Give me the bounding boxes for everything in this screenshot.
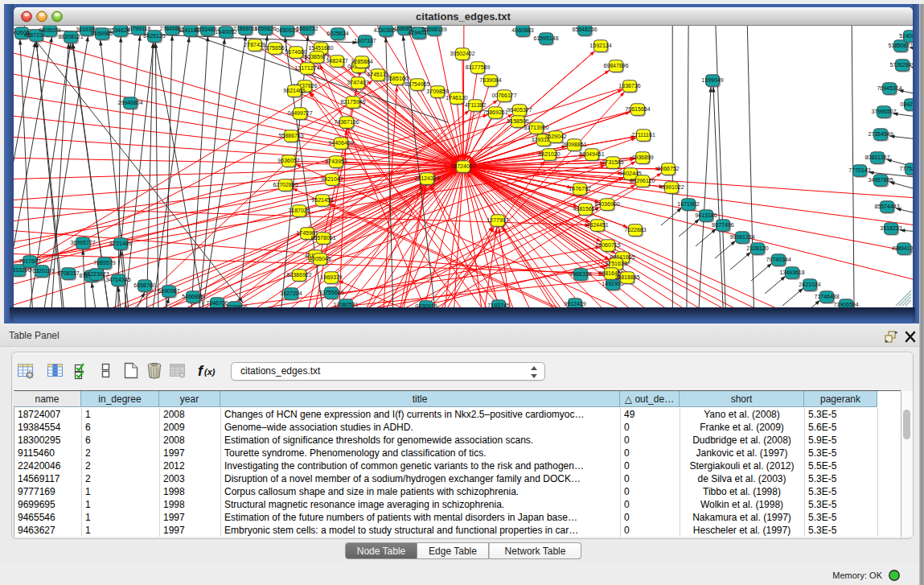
svg-text:65648236: 65648236 [572, 27, 597, 32]
svg-text:9413186: 9413186 [695, 212, 717, 218]
svg-text:3709859: 3709859 [426, 89, 448, 94]
svg-text:4324451: 4324451 [586, 222, 608, 228]
svg-text:82175946: 82175946 [340, 99, 365, 105]
svg-text:62702895: 62702895 [273, 182, 298, 187]
svg-text:02296120: 02296120 [630, 178, 655, 183]
svg-text:81177589: 81177589 [466, 64, 491, 70]
svg-text:7622683: 7622683 [624, 227, 646, 233]
svg-text:7889579: 7889579 [93, 260, 115, 266]
svg-text:9636057: 9636057 [277, 158, 299, 163]
svg-text:6025634: 6025634 [326, 31, 348, 36]
svg-text:7187026: 7187026 [288, 208, 310, 213]
svg-text:9821465: 9821465 [283, 88, 305, 93]
svg-text:3285884: 3285884 [351, 59, 372, 64]
svg-text:81754965: 81754965 [405, 81, 429, 87]
svg-text:27111161: 27111161 [631, 132, 655, 138]
svg-text:15451680: 15451680 [308, 45, 333, 51]
svg-text:6690967: 6690967 [158, 288, 179, 294]
svg-text:9521456: 9521456 [311, 197, 333, 203]
svg-text:1592124: 1592124 [589, 43, 611, 48]
svg-text:76320163: 76320163 [29, 268, 54, 274]
svg-text:74367136: 74367136 [334, 119, 359, 125]
svg-text:9912419: 9912419 [564, 301, 585, 307]
svg-text:57262849: 57262849 [889, 62, 913, 68]
svg-text:0450533: 0450533 [276, 27, 298, 33]
svg-text:99091334: 99091334 [729, 234, 754, 240]
svg-text:2731585: 2731585 [602, 159, 623, 165]
svg-text:1277997: 1277997 [487, 217, 508, 223]
svg-text:88208121: 88208121 [58, 34, 83, 39]
svg-text:80831367: 80831367 [864, 154, 889, 160]
svg-text:43815614: 43815614 [573, 206, 598, 212]
svg-text:9751613: 9751613 [605, 261, 626, 266]
svg-text:13171274: 13171274 [294, 65, 319, 71]
svg-text:62729806: 62729806 [222, 304, 247, 307]
svg-text:5158506: 5158506 [507, 118, 528, 124]
svg-text:39502402: 39502402 [450, 51, 474, 56]
svg-text:76615654: 76615654 [625, 106, 650, 112]
svg-text:4936899: 4936899 [631, 154, 653, 160]
svg-text:5869232: 5869232 [296, 26, 318, 31]
svg-text:71906594: 71906594 [833, 302, 858, 307]
svg-text:75869261: 75869261 [483, 109, 507, 115]
svg-text:17080531: 17080531 [333, 302, 358, 307]
svg-text:1627204: 1627204 [280, 290, 302, 296]
svg-text:3685160: 3685160 [386, 76, 408, 81]
svg-text:9805009: 9805009 [39, 27, 60, 33]
svg-text:34714345: 34714345 [105, 277, 130, 282]
svg-text:62386922: 62386922 [286, 272, 311, 278]
svg-text:7839084: 7839084 [479, 77, 501, 83]
svg-text:8421020: 8421020 [538, 151, 560, 157]
svg-text:7193745: 7193745 [487, 303, 509, 307]
svg-text:3518233: 3518233 [880, 225, 901, 231]
svg-text:13493618: 13493618 [779, 270, 804, 275]
svg-text:36995777: 36995777 [70, 240, 95, 245]
svg-text:71746488: 71746488 [814, 294, 839, 299]
svg-text:8721489: 8721489 [109, 241, 131, 246]
svg-text:1746120: 1746120 [446, 95, 467, 101]
svg-text:1836736: 1836736 [618, 83, 640, 89]
svg-text:69847896: 69847896 [603, 63, 628, 68]
svg-text:49894134: 49894134 [891, 245, 913, 251]
svg-text:9421047: 9421047 [321, 176, 343, 182]
svg-text:96405377: 96405377 [507, 107, 532, 113]
svg-text:86578091: 86578091 [310, 235, 335, 241]
svg-text:6658760: 6658760 [133, 282, 155, 288]
svg-text:45991022: 45991022 [659, 184, 684, 190]
svg-text:37996507: 37996507 [871, 109, 896, 114]
svg-text:8708317: 8708317 [57, 270, 79, 276]
svg-text:(x): (x) [204, 367, 216, 377]
svg-text:18724007: 18724007 [450, 163, 475, 169]
svg-text:1671902: 1671902 [677, 201, 699, 207]
svg-text:10799118: 10799118 [126, 26, 151, 31]
svg-text:85574443: 85574443 [874, 204, 899, 209]
svg-text:1476797: 1476797 [569, 186, 590, 192]
svg-text:5240824: 5240824 [899, 33, 913, 39]
svg-text:94406409: 94406409 [328, 140, 353, 146]
svg-text:3482477: 3482477 [326, 58, 347, 64]
svg-text:51850671: 51850671 [888, 43, 913, 48]
svg-text:8366752: 8366752 [657, 166, 679, 171]
svg-text:4005045: 4005045 [309, 256, 331, 262]
svg-text:7917693: 7917693 [18, 258, 40, 264]
svg-text:1399049: 1399049 [701, 77, 723, 83]
svg-text:79740344: 79740344 [766, 257, 791, 262]
svg-text:61595148: 61595148 [533, 35, 558, 41]
svg-text:5466889: 5466889 [182, 294, 203, 299]
svg-text:8425135: 8425135 [143, 33, 165, 39]
svg-text:2421024: 2421024 [799, 282, 820, 287]
svg-text:4711382: 4711382 [465, 102, 487, 108]
svg-text:0330923: 0330923 [415, 303, 437, 307]
svg-text:21818835: 21818835 [614, 274, 639, 280]
svg-text:81223623: 81223623 [84, 271, 109, 277]
svg-text:55698169: 55698169 [421, 27, 446, 32]
svg-text:0842710: 0842710 [900, 101, 913, 107]
svg-text:28098851: 28098851 [561, 142, 586, 147]
svg-text:56049451: 56049451 [579, 151, 604, 157]
svg-text:31713900: 31713900 [524, 125, 548, 130]
svg-text:76945314: 76945314 [877, 85, 901, 91]
svg-text:27354549: 27354549 [868, 131, 893, 137]
svg-text:8677496: 8677496 [712, 222, 733, 228]
svg-text:1607337: 1607337 [354, 38, 376, 43]
svg-text:1969379: 1969379 [320, 274, 342, 280]
